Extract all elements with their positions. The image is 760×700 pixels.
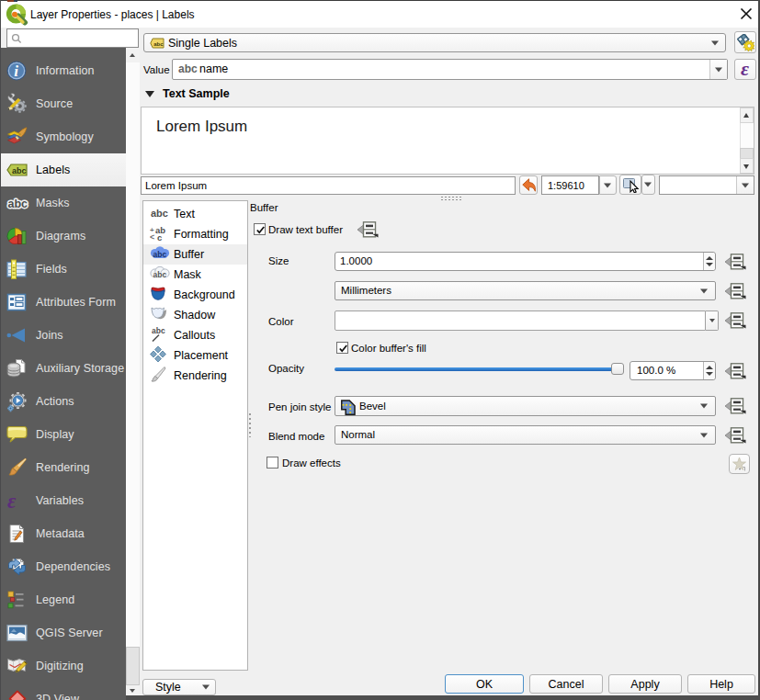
svg-text:abc: abc <box>151 208 168 219</box>
svg-text:ε: ε <box>7 491 17 511</box>
svg-text:i: i <box>14 62 18 80</box>
svg-text:abc: abc <box>12 166 27 175</box>
svg-text:abc: abc <box>153 250 167 259</box>
svg-text:abc: abc <box>153 270 167 279</box>
svg-text:c: c <box>157 232 162 242</box>
svg-text:abc: abc <box>152 326 165 335</box>
svg-text:<: < <box>150 232 154 242</box>
svg-text:abc: abc <box>8 198 28 210</box>
svg-text:abc: abc <box>153 41 164 47</box>
